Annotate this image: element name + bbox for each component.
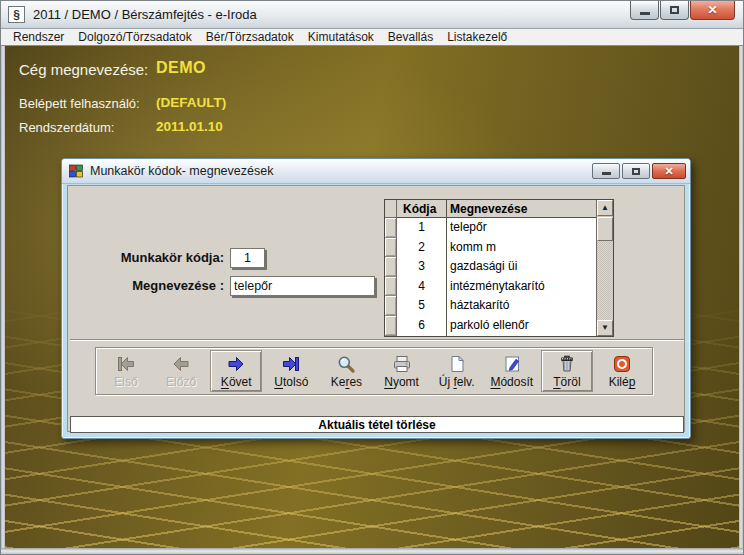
- dialog-titlebar[interactable]: Munkakör kódok- megnevezések ✕: [62, 159, 690, 184]
- table-row[interactable]: 4intézménytakarító: [397, 277, 596, 297]
- user-label: Belépett felhasználó:: [19, 96, 140, 111]
- toolbar-button-new-record[interactable]: Új felv.: [431, 350, 483, 392]
- dialog-title: Munkakör kódok- megnevezések: [90, 164, 592, 178]
- table-row[interactable]: 5háztakarító: [397, 296, 596, 316]
- menu-item-2[interactable]: Dolgozó/Törzsadatok: [71, 30, 198, 44]
- window-title: 2011 / DEMO / Bérszámfejtés - e-Iroda: [33, 7, 257, 22]
- job-code-label: Munkakör kódja:: [76, 248, 224, 268]
- printer-icon: [392, 354, 412, 374]
- grid-rows: 1telepőr2komm m3gazdasági üi4intézményta…: [397, 218, 596, 336]
- scroll-down-button[interactable]: ▼: [597, 320, 613, 336]
- menu-bar: RendszerDolgozó/TörzsadatokBér/Törzsadat…: [1, 29, 744, 46]
- toolbar-button-exit[interactable]: Kilép: [596, 350, 648, 392]
- grid-header: Kódja Megnevezése: [397, 200, 596, 218]
- date-label: Rendszerdátum:: [19, 120, 114, 135]
- status-bar: Aktuális tétel törlése: [70, 416, 684, 433]
- close-button[interactable]: ✕: [690, 1, 735, 20]
- job-codes-grid: Kódja Megnevezése 1telepőr2komm m3gazdas…: [384, 199, 614, 337]
- menu-item-4[interactable]: Kimutatások: [301, 30, 381, 44]
- job-name-label: Megnevezése :: [76, 276, 224, 296]
- toolbar-button-next[interactable]: Követ: [210, 350, 262, 392]
- cell-code: 5: [397, 296, 447, 316]
- toolbar-button-label: Új felv.: [439, 376, 475, 388]
- window-frame-right: [739, 46, 743, 554]
- app-icon: §: [8, 6, 25, 23]
- row-indicator[interactable]: [385, 277, 396, 297]
- edit-page-icon: [502, 354, 522, 374]
- dialog-maximize-button[interactable]: [622, 163, 650, 179]
- toolbar-button-print[interactable]: Nyomt: [376, 350, 428, 392]
- toolbar-button-label: Kilép: [609, 376, 636, 388]
- table-row[interactable]: 3gazdasági üi: [397, 257, 596, 277]
- dialog-minimize-button[interactable]: [592, 163, 620, 179]
- magnifier-icon: [336, 354, 356, 374]
- menu-item-5[interactable]: Bevallás: [381, 30, 440, 44]
- main-window: § 2011 / DEMO / Bérszámfejtés - e-Iroda …: [0, 0, 744, 555]
- maximize-icon: [632, 168, 640, 175]
- scroll-up-button[interactable]: ▲: [597, 200, 613, 216]
- menu-item-6[interactable]: Listakezelő: [440, 30, 514, 44]
- cell-name: intézménytakarító: [447, 277, 596, 297]
- company-value: DEMO: [156, 59, 206, 77]
- table-row[interactable]: 2komm m: [397, 238, 596, 258]
- exit-icon: [612, 354, 632, 374]
- toolbar-button-label: Utolsó: [274, 376, 308, 388]
- toolbar-button-label: Előző: [166, 376, 196, 388]
- cell-code: 2: [397, 238, 447, 258]
- close-icon: ✕: [707, 4, 717, 16]
- toolbar-button-label: Nyomt: [384, 376, 419, 388]
- menu-item-3[interactable]: Bér/Törzsadatok: [199, 30, 301, 44]
- grid-header-code: Kódja: [397, 200, 447, 217]
- cell-name: komm m: [447, 238, 596, 258]
- cell-code: 4: [397, 277, 447, 297]
- grid-indicator-header: [385, 200, 396, 218]
- toolbar-button-label: Keres: [331, 376, 362, 388]
- job-code-input[interactable]: [230, 248, 265, 268]
- grid-main: Kódja Megnevezése 1telepőr2komm m3gazdas…: [397, 200, 596, 336]
- company-label: Cég megnevezése:: [19, 61, 148, 78]
- maximize-icon: [670, 6, 679, 14]
- row-indicator[interactable]: [385, 238, 396, 258]
- date-value: 2011.01.10: [156, 119, 223, 134]
- window-frame-bottom: [1, 548, 743, 554]
- toolbar-button-previous: Előző: [155, 350, 207, 392]
- prev-arrow-icon: [171, 354, 191, 374]
- toolbar-button-label: Első: [114, 376, 137, 388]
- row-indicator[interactable]: [385, 218, 396, 238]
- toolbar-button-first: Első: [100, 350, 152, 392]
- toolbar: ElsőElőzőKövetUtolsóKeresNyomtÚj felv.Mó…: [95, 347, 653, 395]
- row-indicator[interactable]: [385, 296, 396, 316]
- toolbar-button-delete[interactable]: Töröl: [541, 350, 593, 392]
- user-value: (DEFAULT): [156, 95, 226, 110]
- menu-item-1[interactable]: Rendszer: [6, 30, 71, 44]
- separator-groove: [70, 339, 684, 341]
- cell-code: 1: [397, 218, 447, 238]
- last-arrow-icon: [281, 354, 301, 374]
- table-row[interactable]: 6parkoló ellenőr: [397, 316, 596, 336]
- grid-header-name: Megnevezése: [447, 200, 596, 217]
- cell-name: háztakarító: [447, 296, 596, 316]
- cell-code: 6: [397, 316, 447, 336]
- job-codes-dialog: Munkakör kódok- megnevezések ✕ Munkakör …: [61, 158, 691, 439]
- grid-scrollbar: ▲ ▼: [596, 200, 613, 336]
- row-indicator[interactable]: [385, 316, 396, 336]
- job-name-input[interactable]: [230, 276, 375, 296]
- toolbar-button-search[interactable]: Keres: [320, 350, 372, 392]
- scrollbar-thumb[interactable]: [597, 217, 613, 241]
- scrollbar-track[interactable]: [597, 241, 613, 320]
- toolbar-button-label: Töröl: [553, 376, 580, 388]
- row-indicator[interactable]: [385, 257, 396, 277]
- maximize-button[interactable]: [660, 1, 689, 20]
- dialog-close-button[interactable]: ✕: [652, 163, 686, 179]
- close-icon: ✕: [664, 166, 673, 177]
- minimize-icon: [602, 172, 611, 175]
- arrow-up-icon: ▲: [601, 204, 609, 212]
- first-arrow-icon: [116, 354, 136, 374]
- toolbar-button-modify[interactable]: Módosít: [486, 350, 538, 392]
- arrow-down-icon: ▼: [601, 324, 609, 332]
- minimize-icon: [640, 12, 650, 15]
- table-row[interactable]: 1telepőr: [397, 218, 596, 238]
- cell-name: parkoló ellenőr: [447, 316, 596, 336]
- minimize-button[interactable]: [630, 1, 659, 20]
- toolbar-button-last[interactable]: Utolsó: [265, 350, 317, 392]
